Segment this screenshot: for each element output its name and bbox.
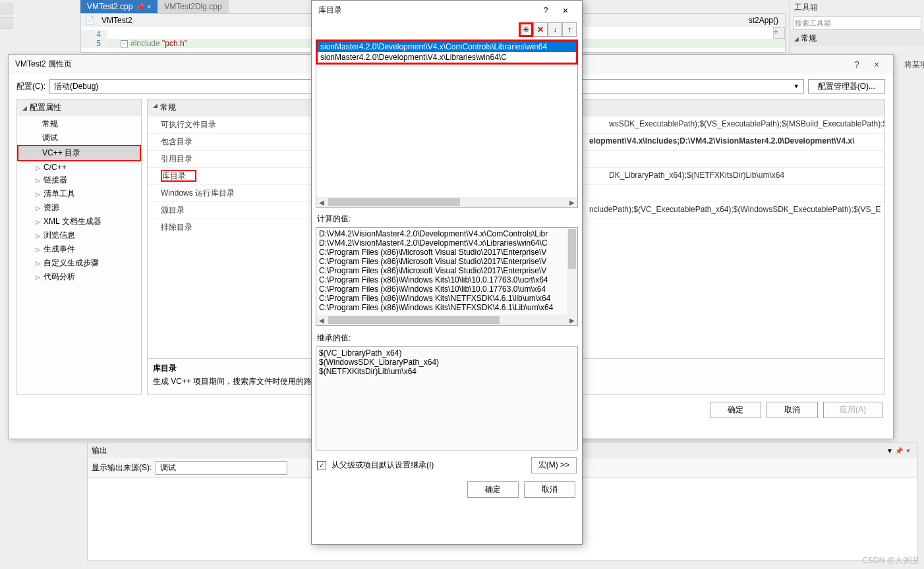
calc-line: C:\Program Files (x86)\Windows Kits\NETF… bbox=[318, 303, 576, 312]
close-icon[interactable]: × bbox=[904, 447, 913, 454]
expand-icon[interactable]: ▷ bbox=[36, 232, 43, 239]
delete-icon[interactable]: ✕ bbox=[533, 22, 548, 37]
tree-item-vcdir[interactable]: VC++ 目录 bbox=[17, 145, 141, 161]
values-header-label: 常规 bbox=[160, 102, 176, 113]
cancel-button[interactable]: 取消 bbox=[524, 481, 575, 498]
output-source-label: 显示输出来源(S): bbox=[92, 462, 152, 474]
config-tree: ◢ 配置属性 常规 调试 VC++ 目录 ▷C/C++ ▷链接器 ▷清单工具 ▷… bbox=[16, 99, 142, 395]
inherit-checkbox[interactable]: ✓ bbox=[317, 461, 326, 470]
inherit-checkbox-row: ✓ 从父级或项目默认设置继承(I) 宏(M) >> bbox=[312, 452, 582, 479]
breadcrumb-right[interactable]: st2App() bbox=[746, 15, 781, 26]
lib-entry[interactable]: sionMaster4.2.0\Development\V4.x\Librari… bbox=[318, 52, 576, 63]
inherit-line: $(VC_LibraryPath_x64) bbox=[318, 348, 576, 358]
tree-item-build[interactable]: ▷生成事件 bbox=[17, 242, 141, 256]
file-tab-inactive[interactable]: VMTest2Dlg.cpp bbox=[158, 0, 228, 13]
scroll-thumb[interactable] bbox=[568, 229, 576, 269]
chevron-down-icon[interactable]: ▼ bbox=[885, 447, 894, 454]
toolbox-section[interactable]: ◢ 常规 bbox=[790, 31, 924, 46]
scroll-right-icon[interactable]: ▶ bbox=[567, 317, 577, 324]
cpp-file-icon: 📄 bbox=[85, 16, 95, 25]
chevron-down-icon: ◢ bbox=[794, 36, 799, 42]
file-tab-active[interactable]: VMTest2.cpp 📌 × bbox=[80, 0, 158, 13]
lib-titlebar[interactable]: 库目录 ? × bbox=[312, 1, 582, 20]
lib-listbox[interactable]: ◀ ▶ bbox=[316, 65, 578, 208]
expand-icon[interactable]: ▷ bbox=[36, 260, 43, 267]
tree-item-clean[interactable]: ▷清单工具 bbox=[17, 187, 141, 201]
strip-tool-2[interactable] bbox=[1, 17, 13, 29]
move-up-icon[interactable]: ↑ bbox=[562, 22, 577, 37]
toolbox-section-label: 常规 bbox=[801, 34, 817, 43]
file-tab-inactive-label: VMTest2Dlg.cpp bbox=[164, 2, 221, 11]
calc-values-box: D:\VM4.2\VisionMaster4.2.0\Development\V… bbox=[316, 227, 578, 326]
tree-item-resource[interactable]: ▷资源 bbox=[17, 201, 141, 215]
strip-tool-1[interactable] bbox=[1, 3, 13, 14]
h-scrollbar[interactable]: ◀ ▶ bbox=[316, 315, 577, 325]
macro-button[interactable]: 宏(M) >> bbox=[531, 457, 577, 474]
expand-icon[interactable]: ▷ bbox=[36, 219, 43, 225]
cancel-button[interactable]: 取消 bbox=[766, 402, 818, 418]
output-source-value: 调试 bbox=[160, 462, 176, 474]
close-icon[interactable]: × bbox=[556, 5, 575, 16]
config-manager-button[interactable]: 配置管理器(O)... bbox=[808, 79, 885, 94]
tree-item-general[interactable]: 常规 bbox=[17, 117, 141, 131]
lib-title-text: 库目录 bbox=[318, 5, 536, 16]
split-handle-icon[interactable]: ÷ bbox=[773, 27, 785, 39]
chevron-down-icon: ▼ bbox=[794, 83, 799, 90]
scroll-right-icon[interactable]: ▶ bbox=[567, 199, 577, 206]
apply-button[interactable]: 应用(A) bbox=[823, 402, 882, 418]
help-icon[interactable]: ? bbox=[847, 59, 867, 70]
tree-item-linker[interactable]: ▷链接器 bbox=[17, 173, 141, 187]
toolbox-search-input[interactable]: 搜索工具箱 bbox=[793, 16, 921, 30]
calc-line: C:\Program Files (x86)\Windows Kits\10\l… bbox=[318, 275, 576, 284]
tree-item-codean[interactable]: ▷代码分析 bbox=[17, 270, 141, 284]
scroll-left-icon[interactable]: ◀ bbox=[316, 317, 327, 324]
library-dirs-dialog: 库目录 ? × ✳ ✕ ↓ ↑ sionMaster4.2.0\Developm… bbox=[311, 0, 583, 545]
help-icon[interactable]: ? bbox=[536, 6, 556, 15]
tree-item-debug[interactable]: 调试 bbox=[17, 131, 141, 145]
left-tool-strip bbox=[0, 0, 13, 53]
close-icon[interactable]: × bbox=[147, 3, 151, 11]
output-source-select[interactable]: 调试 bbox=[156, 461, 287, 475]
tree-header[interactable]: ◢ 配置属性 bbox=[17, 99, 141, 116]
inherit-line: $(WindowsSDK_LibraryPath_x64) bbox=[318, 358, 576, 367]
expand-icon[interactable]: ▷ bbox=[36, 246, 43, 253]
fold-minus-icon[interactable]: − bbox=[121, 40, 128, 47]
file-tabs: VMTest2.cpp 📌 × VMTest2Dlg.cpp bbox=[80, 0, 229, 13]
tree-header-label: 配置属性 bbox=[30, 102, 61, 113]
watermark: CSDN @大粥国 bbox=[862, 555, 919, 566]
v-scrollbar[interactable] bbox=[567, 228, 577, 315]
tree-item-custom[interactable]: ▷自定义生成步骤 bbox=[17, 256, 141, 270]
move-down-icon[interactable]: ↓ bbox=[548, 22, 562, 37]
line-number: 5 bbox=[81, 39, 107, 48]
chevron-down-icon: ◢ bbox=[153, 102, 158, 113]
expand-icon[interactable]: ▷ bbox=[36, 191, 43, 198]
inherit-line: $(NETFXKitsDir)Lib\um\x64 bbox=[318, 367, 576, 376]
chevron-down-icon: ◢ bbox=[22, 105, 27, 111]
tree-item-ccpp[interactable]: ▷C/C++ bbox=[17, 161, 141, 173]
calc-label: 计算的值: bbox=[312, 208, 582, 226]
lib-entries-highlight: sionMaster4.2.0\Development\V4.x\ComCont… bbox=[316, 40, 578, 65]
pin-icon[interactable]: 📌 bbox=[894, 447, 904, 454]
tree-item-browse[interactable]: ▷浏览信息 bbox=[17, 229, 141, 242]
inherit-checkbox-label: 从父级或项目默认设置继承(I) bbox=[332, 460, 434, 471]
expand-icon[interactable]: ▷ bbox=[36, 165, 43, 171]
lib-toolbar: ✳ ✕ ↓ ↑ bbox=[312, 20, 582, 38]
close-icon[interactable]: × bbox=[867, 59, 886, 70]
lib-entry[interactable]: sionMaster4.2.0\Development\V4.x\ComCont… bbox=[318, 41, 576, 52]
ok-button[interactable]: 确定 bbox=[467, 481, 519, 498]
expand-icon[interactable]: ▷ bbox=[36, 205, 43, 211]
h-scrollbar[interactable]: ◀ ▶ bbox=[316, 197, 577, 207]
ok-button[interactable]: 确定 bbox=[710, 402, 761, 418]
pin-icon[interactable]: 📌 bbox=[136, 3, 144, 11]
tree-item-xml[interactable]: ▷XML 文档生成器 bbox=[17, 215, 141, 229]
scroll-left-icon[interactable]: ◀ bbox=[316, 199, 327, 206]
scroll-thumb[interactable] bbox=[328, 198, 460, 206]
scroll-thumb[interactable] bbox=[328, 316, 500, 324]
config-label: 配置(C): bbox=[16, 81, 45, 92]
config-value: 活动(Debug) bbox=[54, 81, 98, 92]
expand-icon[interactable]: ▷ bbox=[36, 274, 43, 281]
inherit-values-box: $(VC_LibraryPath_x64) $(WindowsSDK_Libra… bbox=[316, 346, 578, 450]
new-line-icon[interactable]: ✳ bbox=[519, 22, 533, 37]
expand-icon[interactable]: ▷ bbox=[36, 177, 43, 184]
breadcrumb-part[interactable]: VMTest2 bbox=[99, 15, 135, 26]
